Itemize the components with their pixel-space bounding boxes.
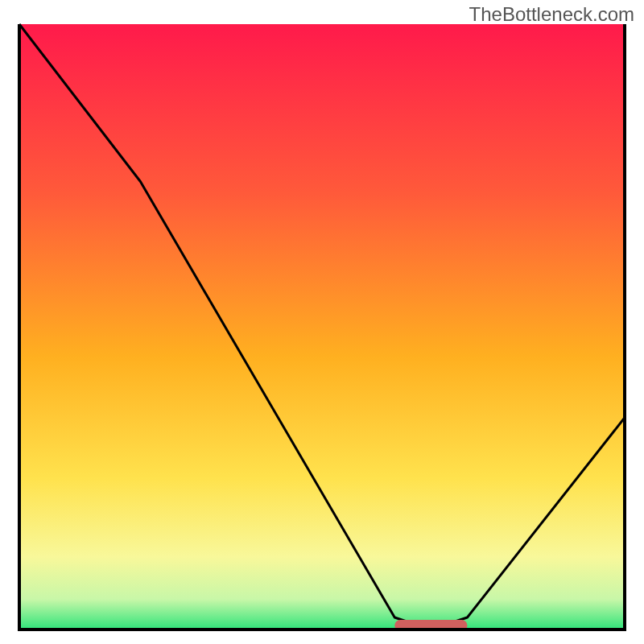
chart-container: TheBottleneck.com [0, 0, 644, 644]
watermark-text: TheBottleneck.com [469, 3, 634, 26]
bottleneck-chart [0, 0, 644, 644]
gradient-background [19, 24, 625, 630]
